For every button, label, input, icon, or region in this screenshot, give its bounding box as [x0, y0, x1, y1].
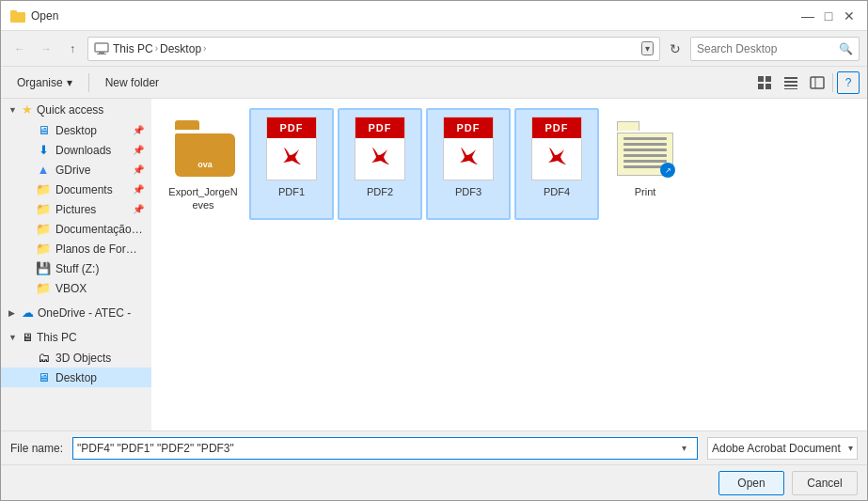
open-dialog: Open — □ ✕ ← → ↑ This PC › Desktop › ▾: [0, 0, 868, 501]
print-folder-icon: ↗: [617, 121, 673, 176]
file-item-pdf4[interactable]: PDF PDF4: [514, 108, 599, 220]
onedrive-arrow: ▶: [8, 308, 18, 318]
file-name-dropdown[interactable]: ▾: [674, 443, 693, 453]
action-bar: Open Cancel: [1, 464, 867, 500]
sidebar-item-vbox[interactable]: 📁 VBOX: [1, 278, 151, 298]
quick-access-label: Quick access: [37, 103, 144, 117]
search-button[interactable]: 🔍: [839, 42, 853, 55]
breadcrumb-items: This PC › Desktop ›: [113, 42, 638, 55]
file-name-input-wrapper: ▾: [72, 437, 698, 460]
stuff-icon: 💾: [36, 261, 51, 275]
breadcrumb-dropdown[interactable]: ▾: [641, 41, 654, 55]
search-input[interactable]: [697, 42, 839, 55]
documentacao-icon: 📁: [36, 222, 51, 236]
onedrive-label: OneDrive - ATEC -: [38, 306, 144, 320]
onedrive-header[interactable]: ▶ ☁ OneDrive - ATEC -: [1, 302, 151, 323]
pdf3-icon: PDF: [443, 117, 494, 180]
file-item-export[interactable]: ova Export_JorgeNeves: [161, 108, 245, 220]
breadcrumb-this-pc[interactable]: This PC: [113, 42, 153, 55]
gdrive-pin-icon: 📌: [133, 164, 144, 175]
svg-rect-1: [10, 10, 17, 14]
new-folder-button[interactable]: New folder: [97, 72, 167, 93]
file-item-pdf2[interactable]: PDF PDF2: [338, 108, 422, 220]
sidebar-item-gdrive[interactable]: ▲ GDrive 📌: [1, 160, 151, 180]
layout-button[interactable]: [780, 71, 802, 94]
organise-button[interactable]: Organise ▾: [8, 72, 81, 93]
main-area: ▼ ★ Quick access 🖥 Desktop 📌 ⬇ Downloads…: [1, 99, 867, 431]
file-type-wrapper: Adobe Acrobat Document ▾: [707, 437, 858, 460]
this-pc-icon: 🖥: [22, 331, 33, 344]
file-area: ova Export_JorgeNeves PDF: [151, 99, 867, 431]
sidebar-inner: ▼ ★ Quick access 🖥 Desktop 📌 ⬇ Downloads…: [1, 99, 151, 431]
sidebar-item-stuff[interactable]: 💾 Stuff (Z:): [1, 258, 151, 278]
sidebar-item-pictures[interactable]: 📁 Pictures 📌: [1, 199, 151, 219]
downloads-pin-icon: 📌: [133, 145, 144, 155]
minimize-button[interactable]: —: [799, 8, 816, 24]
this-pc-arrow: ▼: [8, 333, 18, 342]
pdf1-label: PDF1: [278, 185, 305, 198]
back-button[interactable]: ←: [8, 38, 31, 60]
up-button[interactable]: ↑: [61, 38, 84, 60]
forward-button[interactable]: →: [35, 38, 57, 60]
this-pc-header[interactable]: ▼ 🖥 This PC: [1, 327, 151, 348]
toolbar-separator-2: [832, 73, 833, 92]
desktop2-icon: 🖥: [36, 370, 51, 384]
new-folder-label: New folder: [105, 76, 159, 89]
sidebar-item-documents[interactable]: 📁 Documents 📌: [1, 180, 151, 199]
vbox-icon: 📁: [36, 281, 51, 295]
sidebar-item-documentacao[interactable]: 📁 Documentação I...: [1, 219, 151, 239]
sidebar-3dobjects-label: 3D Objects: [55, 352, 144, 365]
cancel-button[interactable]: Cancel: [792, 471, 858, 495]
file-type-label: Adobe Acrobat Document: [712, 442, 848, 455]
pdf1-icon: PDF: [266, 117, 317, 180]
breadcrumb-bar: This PC › Desktop › ▾: [87, 37, 660, 61]
sidebar-item-3dobjects[interactable]: 🗂 3D Objects: [1, 348, 151, 368]
layout-icon: [783, 75, 798, 90]
breadcrumb-desktop[interactable]: Desktop: [160, 42, 201, 55]
downloads-icon: ⬇: [36, 143, 51, 157]
refresh-button[interactable]: ↻: [664, 38, 687, 60]
sidebar-item-downloads[interactable]: ⬇ Downloads 📌: [1, 140, 151, 160]
sidebar-item-planos[interactable]: 📁 Planos de Form...: [1, 239, 151, 258]
quick-access-arrow: ▼: [8, 105, 18, 115]
file-item-print[interactable]: ↗ Print: [603, 108, 687, 220]
pdf3-label: PDF3: [455, 185, 481, 198]
file-name-label: File name:: [10, 442, 63, 455]
onedrive-icon: ☁: [22, 305, 34, 320]
pdf4-label: PDF4: [544, 185, 570, 198]
toolbar-right: ?: [753, 71, 860, 94]
pdf4-icon-container: PDF: [529, 116, 585, 181]
toolbar-separator: [88, 73, 89, 92]
details-button[interactable]: [806, 71, 829, 94]
gdrive-icon: ▲: [36, 163, 51, 177]
close-button[interactable]: ✕: [841, 8, 858, 24]
file-type-dropdown[interactable]: ▾: [848, 443, 853, 453]
view-button[interactable]: [753, 71, 776, 94]
help-button[interactable]: ?: [837, 71, 860, 94]
svg-rect-3: [99, 52, 104, 54]
sidebar-item-desktop[interactable]: 🖥 Desktop 📌: [1, 120, 151, 140]
sidebar-item-desktop2[interactable]: 🖥 Desktop: [1, 368, 151, 387]
sidebar-gdrive-label: GDrive: [55, 164, 128, 177]
quick-access-header[interactable]: ▼ ★ Quick access: [1, 99, 151, 120]
print-badge: ↗: [660, 163, 675, 178]
pdf1-icon-container: PDF: [263, 116, 320, 181]
help-label: ?: [845, 76, 852, 89]
quick-access-star-icon: ★: [22, 102, 33, 117]
file-item-pdf3[interactable]: PDF PDF3: [426, 108, 511, 220]
dialog-title: Open: [31, 9, 58, 23]
svg-rect-12: [784, 88, 797, 89]
ova-folder-icon: ova: [175, 120, 231, 177]
svg-rect-4: [97, 54, 106, 55]
title-bar: Open — □ ✕: [1, 1, 867, 31]
svg-rect-6: [765, 76, 771, 82]
desktop-icon: 🖥: [36, 123, 51, 137]
navigation-toolbar: ← → ↑ This PC › Desktop › ▾ ↻ 🔍: [1, 31, 867, 67]
file-name-input[interactable]: [77, 442, 674, 455]
planos-icon: 📁: [36, 242, 51, 256]
this-pc-label: This PC: [37, 331, 144, 344]
pdf3-icon-container: PDF: [440, 116, 497, 181]
file-item-pdf1[interactable]: PDF PDF1: [249, 108, 334, 220]
open-button[interactable]: Open: [718, 471, 784, 495]
maximize-button[interactable]: □: [820, 8, 837, 24]
